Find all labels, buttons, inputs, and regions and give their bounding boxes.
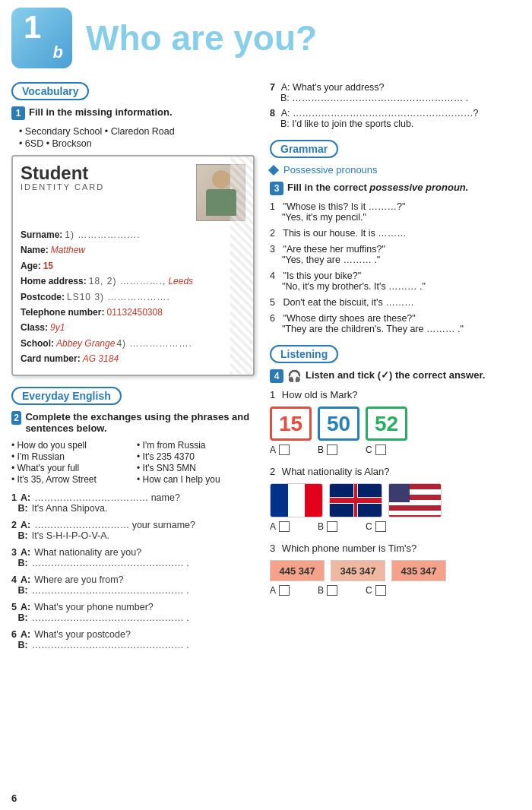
- id-card: Student IDENTITY CARD Surname: 1) …………………: [11, 155, 255, 376]
- listen-q1: 1 How old is Mark?: [270, 389, 521, 400]
- exchange-2: 2A:………………………… your surname? B:It's S-H-I…: [11, 520, 255, 541]
- possessive-label: Possessive pronouns: [283, 164, 378, 176]
- flag-uk: [329, 483, 382, 517]
- phrase-4: It's 235 4370: [137, 451, 255, 462]
- checkbox-b-q3[interactable]: [327, 585, 337, 596]
- phone-box-2: 345 347: [331, 560, 385, 581]
- id-fields: Surname: 1) ………………. Name: Matthew Age: 1…: [21, 227, 245, 367]
- checkbox-b-q1[interactable]: [327, 445, 337, 455]
- listening-title: Listening: [270, 345, 338, 363]
- badge-number: 1: [24, 11, 41, 43]
- exercise2-instruction: Complete the exchanges using the phrases…: [25, 411, 255, 434]
- exercise4-num: 4: [270, 369, 283, 383]
- answer-a-q1[interactable]: A: [270, 445, 312, 455]
- exercise4-instruction: Listen and tick (✓) the correct answer.: [306, 369, 485, 381]
- exchange-6: 6A:What's your postcode? B:……………………………………: [11, 629, 255, 650]
- answer-b-q2[interactable]: B: [318, 521, 359, 532]
- number-boxes-q1: 15 50 52: [270, 407, 521, 441]
- answer-c-q2[interactable]: C: [366, 521, 407, 532]
- listening-section: Listening 4 🎧 Listen and tick (✓) the co…: [270, 345, 521, 596]
- pronoun-item-5: 5 Don't eat the biscuit, it's ………: [270, 297, 521, 308]
- phrase-3: I'm Russian: [11, 451, 129, 462]
- checkbox-c-q3[interactable]: [375, 585, 386, 596]
- id-card-title: Student: [21, 164, 104, 182]
- id-field-school: School: Abbey Grange 4) ……………….: [21, 336, 245, 351]
- everyday-english-title: Everyday English: [11, 387, 122, 405]
- page-number: 6: [11, 793, 17, 804]
- id-field-surname: Surname: 1) ……………….: [21, 227, 245, 242]
- id-field-postcode: Postcode: LS10 3) ……………….: [21, 290, 245, 305]
- everyday-english-section: Everyday English 2 Complete the exchange…: [11, 387, 255, 650]
- phrase-7: It's 35, Arrow Street: [11, 474, 129, 485]
- id-field-class: Class: 9y1: [21, 320, 245, 335]
- answer-c-q1[interactable]: C: [366, 445, 407, 455]
- vocab-right-questions: 7 A: What's your address? B: ………………………………: [270, 82, 521, 129]
- phrase-5: What's your full: [11, 463, 129, 473]
- vocabulary-title: Vocabulary: [11, 82, 89, 100]
- exchange-4: 4A:Where are you from? B:…………………………………………: [11, 574, 255, 596]
- answer-boxes-q3: A B C: [270, 585, 521, 596]
- answer-a-q2[interactable]: A: [270, 521, 312, 532]
- main-content: Vocabulary 1 Fill in the missing informa…: [11, 82, 521, 660]
- vocabulary-section: Vocabulary 1 Fill in the missing informa…: [11, 82, 255, 376]
- id-photo: [196, 164, 245, 221]
- id-field-telephone: Telephone number: 01132450308: [21, 305, 245, 320]
- flag-france: [270, 483, 323, 517]
- checkbox-c-q1[interactable]: [375, 445, 386, 455]
- answer-c-q3[interactable]: C: [366, 585, 407, 596]
- exercise3-header: 3 Fill in the correct possessive pronoun…: [270, 182, 521, 195]
- exchange-list: 1A:……………………………… name? B:It's Anna Shipov…: [11, 492, 255, 650]
- pronoun-list: 1 "Whose is this? Is it ………?" "Yes, it's…: [270, 201, 521, 334]
- listen-q3: 3 Which phone number is Tim's?: [270, 543, 521, 554]
- fill-item-1: Secondary School • Claredon Road: [19, 126, 255, 137]
- checkbox-b-q2[interactable]: [327, 521, 337, 532]
- id-field-age: Age: 15: [21, 258, 245, 274]
- exercise2-num: 2: [11, 411, 21, 425]
- answer-b-q1[interactable]: B: [318, 445, 359, 455]
- phrase-grid: How do you spell I'm from Russia I'm Rus…: [11, 440, 255, 485]
- phrase-1: How do you spell: [11, 440, 129, 451]
- exercise3-instruction: Fill in the correct possessive pronoun.: [287, 182, 468, 193]
- headphone-icon: 🎧: [287, 369, 302, 383]
- id-field-cardnum: Card number: AG 3184: [21, 351, 245, 366]
- phrase-6: It's SN3 5MN: [137, 463, 255, 473]
- exchange-1: 1A:……………………………… name? B:It's Anna Shipov…: [11, 492, 255, 514]
- exercise1-header: 1 Fill in the missing information.: [11, 106, 255, 120]
- pronoun-item-6: 6 "Whose dirty shoes are these?" "They a…: [270, 313, 521, 334]
- phone-boxes-q3: 445 347 345 347 435 347: [270, 560, 521, 581]
- checkbox-a-q1[interactable]: [279, 445, 290, 455]
- grammar-section: Grammar Possessive pronouns 3 Fill in th…: [270, 140, 521, 334]
- page-title: Who are you?: [86, 17, 317, 59]
- listen-q2: 2 What nationality is Alan?: [270, 466, 521, 477]
- id-card-header: Student IDENTITY CARD: [21, 164, 245, 221]
- pronoun-item-4: 4 "Is this your bike?" "No, it's my brot…: [270, 271, 521, 292]
- num-box-15: 15: [270, 407, 312, 441]
- pronoun-item-3: 3 "Are these her muffins?" "Yes, they ar…: [270, 244, 521, 265]
- badge-letter: b: [53, 43, 63, 62]
- answer-a-q3[interactable]: A: [270, 585, 312, 596]
- left-column: Vocabulary 1 Fill in the missing informa…: [11, 82, 255, 660]
- answer-boxes-q2: A B C: [270, 521, 521, 532]
- fill-item-2: 6SD • Brockson: [19, 138, 255, 149]
- flag-row-q2: [270, 483, 521, 517]
- checkbox-a-q2[interactable]: [279, 521, 290, 532]
- phone-box-1: 445 347: [270, 560, 325, 581]
- phone-box-3: 435 347: [391, 560, 446, 581]
- chapter-badge: 1 b: [11, 8, 72, 68]
- pronoun-item-1: 1 "Whose is this? Is it ………?" "Yes, it's…: [270, 201, 521, 223]
- exercise4-header: 4 🎧 Listen and tick (✓) the correct answ…: [270, 369, 521, 383]
- phrase-8: How can I help you: [137, 474, 255, 485]
- fill-items-list: Secondary School • Claredon Road 6SD • B…: [11, 126, 255, 149]
- answer-b-q3[interactable]: B: [318, 585, 359, 596]
- exchange-5: 5A:What's your phone number? B:…………………………: [11, 602, 255, 623]
- vocab-q7: 7 A: What's your address? B: ………………………………: [270, 82, 521, 103]
- checkbox-a-q3[interactable]: [279, 585, 290, 596]
- flag-us: [388, 483, 442, 517]
- answer-boxes-q1: A B C: [270, 445, 521, 455]
- diamond-icon: [268, 164, 279, 175]
- right-column: 7 A: What's your address? B: ………………………………: [270, 82, 521, 660]
- exercise1-instruction: Fill in the missing information.: [29, 106, 173, 118]
- checkbox-c-q2[interactable]: [375, 521, 386, 532]
- num-box-52: 52: [366, 407, 407, 441]
- id-field-address: Home address: 18, 2) …………., Leeds: [21, 274, 245, 289]
